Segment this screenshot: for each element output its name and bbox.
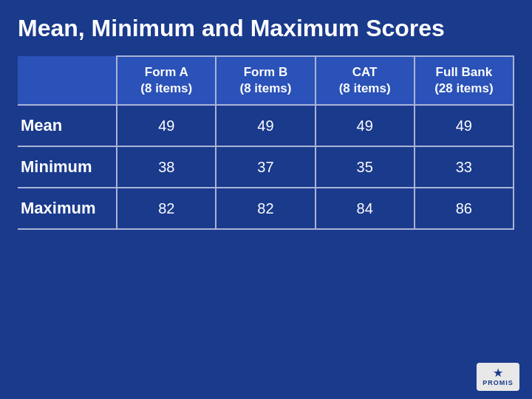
header-empty xyxy=(18,56,117,105)
table-row: Minimum 38 37 35 33 xyxy=(18,146,514,188)
mean-form-a: 49 xyxy=(117,105,216,146)
promis-star-icon: ★ xyxy=(493,367,503,379)
mean-cat: 49 xyxy=(316,105,415,146)
minimum-full-bank: 33 xyxy=(415,146,514,188)
promis-logo: ★ PROMIS xyxy=(476,362,520,392)
row-label-minimum: Minimum xyxy=(18,146,117,188)
table-row: Mean 49 49 49 49 xyxy=(18,105,514,146)
minimum-form-a: 38 xyxy=(117,146,216,188)
header-cat: CAT(8 items) xyxy=(316,56,415,105)
maximum-form-b: 82 xyxy=(216,188,315,229)
mean-full-bank: 49 xyxy=(415,105,514,146)
maximum-cat: 84 xyxy=(316,188,415,229)
promis-logo-text: PROMIS xyxy=(482,379,514,386)
minimum-cat: 35 xyxy=(316,146,415,188)
maximum-full-bank: 86 xyxy=(415,188,514,229)
mean-form-b: 49 xyxy=(216,105,315,146)
page-title: Mean, Minimum and Maximum Scores xyxy=(18,15,514,42)
row-label-mean: Mean xyxy=(18,105,117,146)
minimum-form-b: 37 xyxy=(216,146,315,188)
table-row: Maximum 82 82 84 86 xyxy=(18,188,514,229)
slide: Mean, Minimum and Maximum Scores Form A(… xyxy=(0,0,532,399)
header-form-a: Form A(8 items) xyxy=(117,56,216,105)
header-form-b: Form B(8 items) xyxy=(216,56,315,105)
row-label-maximum: Maximum xyxy=(18,188,117,229)
promis-logo-box: ★ PROMIS xyxy=(477,363,519,391)
maximum-form-a: 82 xyxy=(117,188,216,229)
scores-table: Form A(8 items) Form B(8 items) CAT(8 it… xyxy=(18,55,514,230)
header-full-bank: Full Bank(28 items) xyxy=(415,56,514,105)
table-header-row: Form A(8 items) Form B(8 items) CAT(8 it… xyxy=(18,56,514,105)
